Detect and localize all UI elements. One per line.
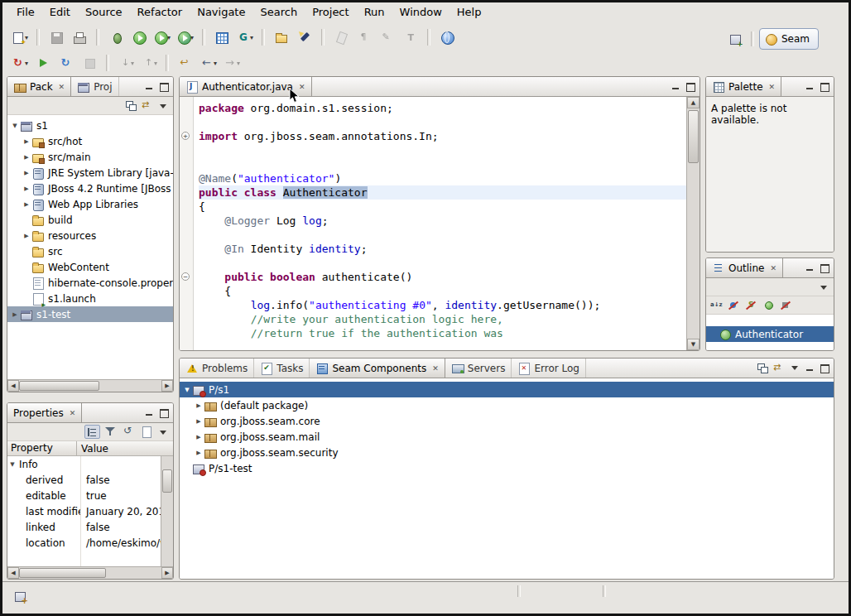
minimize-view-icon[interactable]	[143, 80, 156, 92]
resume-button[interactable]	[32, 53, 54, 73]
code-line[interactable]	[199, 228, 686, 242]
property-row[interactable]: linkedfalse	[7, 519, 173, 535]
code-line[interactable]: //write your authentication logic here,	[199, 312, 686, 326]
close-icon[interactable]: ✕	[770, 264, 776, 272]
new-wizard-button[interactable]: ▾	[9, 27, 31, 47]
expand-arrow-icon[interactable]	[22, 154, 31, 161]
maximize-view-icon[interactable]	[819, 262, 831, 273]
scroll-up-icon[interactable]: ▲	[687, 97, 700, 108]
tab-tasks[interactable]: Tasks	[254, 359, 310, 378]
terminate-button[interactable]	[79, 53, 100, 73]
tree-item[interactable]: org.jboss.seam.core	[180, 413, 834, 429]
property-row[interactable]: Info	[7, 456, 173, 472]
tree-item[interactable]: s1-test	[7, 306, 173, 322]
column-header-property[interactable]: Property	[7, 441, 77, 455]
last-edit-location-button[interactable]	[175, 53, 196, 73]
sort-icon[interactable]	[709, 299, 724, 312]
property-row[interactable]: last modifiedJanuary 20, 2011	[7, 503, 173, 519]
code-line[interactable]: public boolean authenticate()	[199, 270, 686, 284]
view-menu-chevron-icon[interactable]	[157, 426, 170, 438]
expand-arrow-icon[interactable]	[22, 185, 31, 192]
code-line[interactable]	[199, 115, 686, 129]
maximize-view-icon[interactable]	[158, 80, 171, 92]
minimize-view-icon[interactable]	[804, 262, 816, 273]
tree-item[interactable]: src/hot	[7, 133, 173, 149]
debug-button[interactable]	[105, 27, 127, 47]
show-categories-icon[interactable]	[84, 425, 100, 439]
close-icon[interactable]: ✕	[59, 83, 65, 91]
vertical-scrollbar[interactable]: ▲ ▼	[686, 97, 700, 350]
expand-fold-icon[interactable]: +	[181, 132, 190, 140]
menu-navigate[interactable]: Navigate	[190, 2, 252, 22]
collapse-fold-icon[interactable]: −	[181, 272, 190, 281]
run-button[interactable]	[128, 27, 150, 47]
collapse-arrow-icon[interactable]	[10, 123, 20, 129]
seam-restart-button[interactable]: ▾	[9, 53, 31, 73]
minimize-view-icon[interactable]	[143, 407, 156, 418]
tab-error-log[interactable]: Error Log	[512, 359, 586, 378]
tree-item[interactable]: JRE System Library [java-6	[7, 165, 173, 180]
code-line[interactable]	[199, 256, 686, 270]
next-annotation-button[interactable]: ▾	[115, 53, 137, 73]
code-editor[interactable]: package org.domain.s1.session;import org…	[194, 97, 686, 350]
tree-item[interactable]: P/s1-test	[180, 460, 834, 476]
horizontal-scrollbar[interactable]: ◀ ▶	[7, 379, 173, 392]
tree-item[interactable]: s1.launch	[7, 291, 173, 306]
close-icon[interactable]: ✕	[299, 83, 305, 91]
menu-edit[interactable]: Edit	[42, 2, 78, 22]
collapse-arrow-icon[interactable]	[182, 387, 192, 393]
property-row[interactable]: derivedfalse	[7, 472, 173, 488]
tree-item[interactable]: s1	[7, 118, 173, 133]
scroll-thumb[interactable]	[688, 110, 699, 163]
scroll-track[interactable]	[19, 567, 161, 579]
code-line[interactable]: package org.domain.s1.session;	[199, 101, 686, 115]
hide-non-public-members-icon[interactable]	[762, 299, 776, 312]
code-line[interactable]: public class Authenticator	[199, 185, 686, 200]
hide-local-types-icon[interactable]	[779, 299, 794, 312]
scroll-track[interactable]	[687, 108, 700, 339]
expand-arrow-icon[interactable]	[194, 450, 204, 456]
expand-arrow-icon[interactable]	[22, 201, 31, 208]
tab-seam-components[interactable]: Seam Components ✕	[310, 359, 445, 378]
collapse-arrow-icon[interactable]	[7, 461, 17, 468]
tab-servers[interactable]: Servers	[445, 359, 512, 378]
maximize-view-icon[interactable]	[158, 407, 171, 418]
tab-outline[interactable]: Outline ✕	[706, 258, 783, 277]
menu-search[interactable]: Search	[252, 2, 305, 22]
open-type-button[interactable]	[400, 27, 421, 47]
code-line[interactable]: {	[199, 200, 686, 214]
print-button[interactable]	[69, 27, 90, 47]
run-button[interactable]: ▾	[151, 27, 173, 47]
tree-item[interactable]: WebContent	[7, 259, 173, 275]
scroll-left-icon[interactable]: ◀	[7, 380, 19, 392]
seam-wizard-button[interactable]: ▾	[234, 27, 256, 47]
view-menu-chevron-icon[interactable]	[818, 282, 830, 293]
maximize-view-icon[interactable]	[685, 80, 697, 92]
code-line[interactable]	[199, 157, 686, 171]
scroll-down-icon[interactable]: ▼	[687, 339, 700, 350]
menu-run[interactable]: Run	[357, 2, 392, 22]
tree-item[interactable]: build	[7, 212, 173, 228]
show-annotations-button[interactable]	[353, 27, 375, 47]
link-with-editor-icon[interactable]	[141, 99, 155, 113]
search-button[interactable]	[294, 27, 315, 47]
tab-package-explorer[interactable]: Pack ✕	[7, 77, 71, 96]
close-icon[interactable]: ✕	[769, 83, 776, 91]
column-header-value[interactable]: Value	[77, 443, 108, 455]
view-menu-chevron-icon[interactable]	[157, 100, 170, 112]
expand-arrow-icon[interactable]	[194, 434, 204, 440]
web-browser-button[interactable]	[436, 27, 458, 47]
close-icon[interactable]: ✕	[432, 364, 439, 373]
minimize-view-icon[interactable]	[670, 80, 682, 92]
maximize-view-icon[interactable]	[819, 80, 831, 92]
minimize-view-icon[interactable]	[804, 80, 816, 92]
code-line[interactable]	[199, 143, 686, 157]
vertical-scrollbar[interactable]	[161, 456, 173, 566]
restore-default-value-icon[interactable]	[121, 425, 137, 439]
tree-item[interactable]: src/main	[7, 149, 173, 165]
external-tools-button[interactable]: ▾	[175, 27, 196, 47]
previous-annotation-button[interactable]: ▾	[138, 53, 160, 73]
menu-file[interactable]: File	[9, 2, 42, 22]
tab-properties[interactable]: Properties ✕	[7, 403, 82, 422]
open-resource-button[interactable]	[271, 27, 292, 47]
